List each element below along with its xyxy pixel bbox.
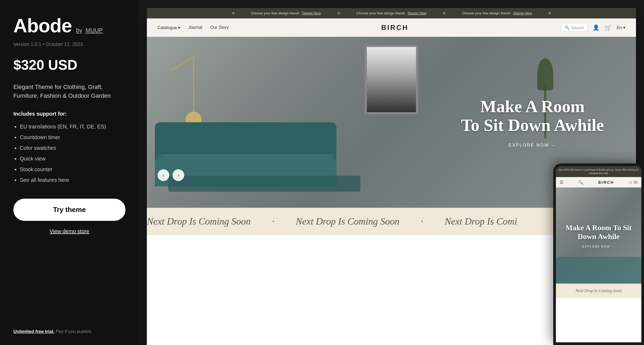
next-drop-separator-1: ·	[272, 216, 274, 227]
hero-cta[interactable]: EXPLORE NOW →	[509, 143, 556, 147]
mobile-menu-icon[interactable]: ☰	[560, 180, 563, 185]
trial-bold: Unlimited free trial.	[13, 329, 54, 334]
carousel-next-button[interactable]: ›	[172, 169, 184, 181]
includes-title: Includes support for:	[13, 111, 125, 117]
mobile-next-drop-text: Next Drop Is Coming Soon	[576, 288, 622, 293]
mobile-logo: BIRCH	[598, 180, 614, 185]
mobile-headline: Make A Room To Sit Down Awhile	[561, 223, 636, 241]
account-icon[interactable]: 👤	[593, 24, 599, 31]
cart-icon[interactable]: 🛒	[605, 24, 611, 31]
design-now-link-2[interactable]: Design Now	[408, 11, 426, 15]
next-drop-text-3: Next Drop Is Comi	[445, 216, 517, 227]
sofa-back	[155, 122, 336, 154]
carousel-prev-button[interactable]: ‹	[158, 169, 169, 181]
list-item: Countdown timer	[20, 132, 125, 143]
design-now-link-3[interactable]: Design Now	[513, 11, 532, 15]
star-icon-3: ✳	[442, 11, 446, 16]
nav-our-story[interactable]: Our Story	[210, 25, 229, 30]
star-icon-4: ✳	[548, 11, 551, 16]
mobile-next-drop: Next Drop Is Coming Soon	[556, 284, 641, 298]
language-selector[interactable]: En ▾	[617, 25, 625, 30]
brand-by-label: by MUUP	[76, 27, 103, 34]
announcement-text-2: Choose your free design friend! · Design…	[356, 11, 426, 15]
hero-text: Make A Room To Sit Down Awhile EXPLORE N…	[461, 97, 604, 148]
search-box[interactable]: 🔍 Search	[561, 23, 587, 32]
next-drop-text-2: Next Drop Is Coming Soon	[296, 216, 400, 227]
announcement-text-1: Choose your free design friend! · Design…	[251, 11, 321, 15]
design-now-link-1[interactable]: Design Now	[302, 11, 321, 15]
list-item: Quick view	[20, 153, 125, 164]
star-icon: ✳	[231, 11, 235, 16]
next-drop-separator-2: ·	[421, 216, 423, 227]
mobile-announcement: Get a $70 Gift Card on a purchase of $15…	[556, 166, 641, 177]
try-theme-button[interactable]: Try theme	[13, 199, 125, 221]
brand-author: MUUP	[85, 27, 103, 34]
mobile-hero: Make A Room To Sit Down Awhile EXPLORE N…	[556, 187, 641, 284]
search-icon: 🔍	[564, 25, 570, 30]
nav-journal[interactable]: Journal	[188, 25, 202, 30]
list-item: Color swatches	[20, 143, 125, 153]
nav-right: 🔍 Search 👤 🛒 En ▾	[561, 23, 625, 32]
store-nav: Catalogue ▾ Journal Our Story BIRCH 🔍 Se…	[147, 18, 636, 37]
view-demo-link[interactable]: View demo store	[13, 228, 125, 234]
trial-rest: Pay if you publish.	[54, 329, 93, 334]
mobile-search-icon[interactable]: 🔍	[578, 180, 583, 185]
next-drop-text-1: Next Drop Is Coming Soon	[147, 216, 251, 227]
wall-artwork	[365, 45, 418, 114]
floor-rug	[168, 176, 360, 192]
search-label: Search	[571, 25, 584, 30]
announcement-text-3: Choose your free design friend! · Design…	[462, 11, 532, 15]
artwork-image	[367, 47, 416, 112]
store-logo: BIRCH	[229, 23, 561, 32]
mobile-hero-text: Make A Room To Sit Down Awhile EXPLORE N…	[556, 218, 641, 253]
features-list: EU translations (EN, FR, IT, DE, ES) Cou…	[13, 121, 125, 185]
list-item: See all features here	[20, 175, 125, 185]
brand-name: Abode	[13, 16, 72, 35]
hero-headline: Make A Room To Sit Down Awhile	[461, 97, 604, 135]
right-panel: ✳ Choose your free design friend! · Desi…	[139, 0, 644, 345]
nav-left: Catalogue ▾ Journal Our Story	[158, 25, 229, 30]
list-item: EU translations (EN, FR, IT, DE, ES)	[20, 121, 125, 132]
mobile-cart[interactable]: 🛒 (0)	[629, 181, 638, 184]
list-item: Stock counter	[20, 164, 125, 175]
mobile-sofa-hint	[556, 257, 641, 284]
nav-catalogue[interactable]: Catalogue ▾	[158, 25, 180, 30]
mobile-cta[interactable]: EXPLORE NOW →	[561, 245, 636, 248]
mobile-inner: Get a $70 Gift Card on a purchase of $15…	[556, 166, 641, 342]
trial-text: Unlimited free trial. Pay if you publish…	[13, 324, 125, 334]
mobile-mockup: Get a $70 Gift Card on a purchase of $15…	[553, 163, 644, 345]
price: $320 USD	[13, 57, 125, 73]
mobile-nav: ☰ 🔍 BIRCH 🛒 (0)	[556, 177, 641, 187]
left-panel: Abode by MUUP Version 1.0.1 • October 12…	[0, 0, 139, 345]
version-info: Version 1.0.1 • October 12, 2023	[13, 42, 125, 47]
star-icon-2: ✳	[337, 11, 340, 16]
announcement-bar: ✳ Choose your free design friend! · Desi…	[147, 8, 636, 18]
description: Elegant Theme for Clothing, Graft, Furni…	[13, 83, 125, 100]
